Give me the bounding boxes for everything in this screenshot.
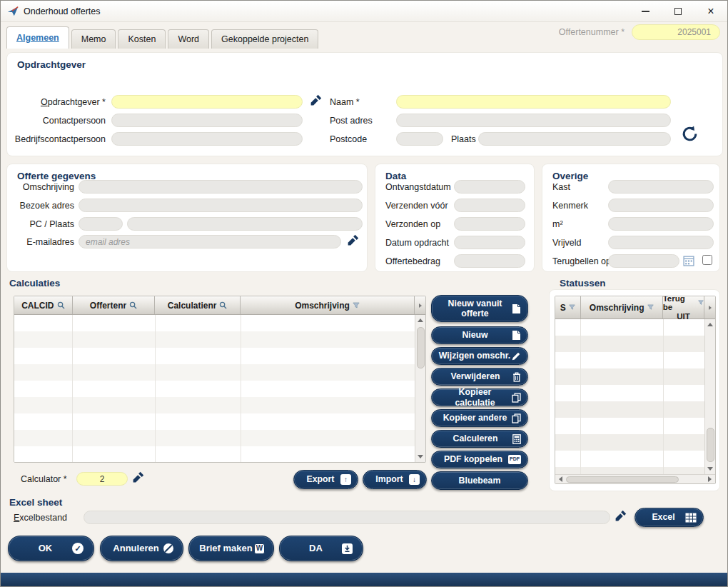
calendar-icon[interactable] [683,255,694,266]
postcode-input[interactable] [396,132,443,146]
kopieer-calculatie-button[interactable]: Kopieer calculatie [431,388,528,406]
kenmerk-input[interactable] [608,199,714,212]
column-header-terugbellen[interactable]: Terug be UIT [663,296,704,318]
scroll-thumb[interactable] [417,327,425,368]
filter-icon[interactable] [569,304,575,311]
pc-input[interactable] [79,217,123,231]
omschrijving-input[interactable] [79,180,363,194]
table-row[interactable] [555,434,704,451]
refresh-icon[interactable] [681,125,699,143]
tab-algemeen[interactable]: Algemeen [6,26,69,49]
datum-opdracht-input[interactable] [454,236,525,249]
scroll-right-button[interactable] [704,475,715,484]
column-options[interactable] [704,296,715,318]
post-adres-input[interactable] [396,114,671,127]
search-icon[interactable] [219,301,227,309]
tab-kosten[interactable]: Kosten [118,29,166,49]
calculaties-table-body[interactable] [14,315,415,462]
kast-input[interactable] [608,180,714,194]
tab-memo[interactable]: Memo [71,29,116,49]
column-header-s[interactable]: S [555,296,581,318]
excel-button[interactable]: Excel [635,508,704,527]
table-row[interactable] [555,319,704,336]
scroll-down-button[interactable] [705,463,716,474]
scroll-thumb[interactable] [566,476,679,483]
table-row[interactable] [14,430,415,446]
tab-gekoppelde-projecten[interactable]: Gekoppelde projecten [211,29,318,49]
table-row[interactable] [555,467,704,474]
vrijveld-input[interactable] [608,236,714,249]
column-header-status-omschrijving[interactable]: Omschrijving [581,296,663,318]
column-header-omschrijving[interactable]: Omschrijving [241,296,415,314]
wijzigen-omschrijving-button[interactable]: Wijzigen omschr. [431,347,528,365]
column-header-calcid[interactable]: CALCID [14,296,73,314]
annuleren-button[interactable]: Annuleren [100,536,183,561]
terugbellen-input[interactable] [608,254,679,268]
email-input[interactable] [79,235,341,249]
excelbestand-input[interactable] [84,511,610,524]
table-row[interactable] [555,401,704,418]
verwijderen-button[interactable]: Verwijderen [431,368,528,386]
table-row[interactable] [14,348,415,364]
plaats-input[interactable] [478,132,671,146]
close-button[interactable]: × [694,1,727,22]
ontvangstdatum-input[interactable] [454,180,525,194]
table-row[interactable] [14,315,415,331]
calculator-input[interactable] [76,472,128,486]
search-icon[interactable] [57,301,65,309]
table-row[interactable] [14,397,415,413]
calculator-lookup-icon[interactable] [132,471,145,483]
terugbellen-checkbox[interactable] [702,255,712,265]
excelbestand-lookup-icon[interactable] [615,509,627,522]
table-row[interactable] [555,352,704,368]
calculaties-vertical-scrollbar[interactable] [415,315,425,462]
offertenummer-input[interactable] [632,24,720,40]
ok-button[interactable]: OK ✓ [8,536,94,561]
table-row[interactable] [14,381,415,397]
search-icon[interactable] [129,301,137,309]
table-row[interactable] [555,451,704,467]
table-row[interactable] [14,331,415,348]
scroll-left-button[interactable] [555,475,566,484]
scroll-down-button[interactable] [415,451,426,462]
statussen-vertical-scrollbar[interactable] [704,319,715,474]
column-header-offertenr[interactable]: Offertenr [73,296,156,314]
minimize-button[interactable] [629,1,662,22]
m2-input[interactable] [608,217,714,231]
table-row[interactable] [14,413,415,430]
filter-icon[interactable] [353,302,360,309]
plaats2-input[interactable] [127,217,363,231]
bedrijfscontactpersoon-input[interactable] [111,132,303,146]
table-row[interactable] [555,368,704,385]
table-row[interactable] [14,364,415,381]
scroll-up-button[interactable] [705,319,716,330]
filter-icon[interactable] [698,300,704,306]
pdf-koppelen-button[interactable]: PDF koppelen PDF [431,451,528,468]
filter-icon[interactable] [647,304,654,311]
nieuw-vanuit-offerte-button[interactable]: Nieuw vanuit offerte [431,295,528,322]
verzonden-op-input[interactable] [454,217,525,231]
calculeren-button[interactable]: Calculeren [431,430,528,448]
scroll-up-button[interactable] [415,315,426,326]
table-row[interactable] [14,446,415,462]
import-button[interactable]: Import ↓ [363,470,427,489]
offertebedrag-input[interactable] [454,254,525,268]
table-row[interactable] [555,385,704,401]
statussen-horizontal-scrollbar[interactable] [555,474,715,483]
maximize-button[interactable] [662,1,694,22]
column-options[interactable] [415,296,425,314]
scroll-thumb[interactable] [707,428,714,462]
verzenden-voor-input[interactable] [454,199,525,212]
statussen-table-body[interactable] [555,319,704,474]
kopieer-andere-button[interactable]: Kopieer andere [431,409,528,427]
bluebeam-button[interactable]: Bluebeam [431,471,528,490]
contactpersoon-input[interactable] [111,114,303,127]
export-button[interactable]: Export ↑ [293,470,358,489]
table-row[interactable] [555,418,704,434]
nieuw-button[interactable]: Nieuw [431,326,528,344]
tab-word[interactable]: Word [168,29,209,49]
naam-input[interactable] [396,95,671,109]
table-row[interactable] [555,336,704,352]
column-header-calculatienr[interactable]: Calculatienr [155,296,241,314]
opdrachtgever-lookup-icon[interactable] [310,94,323,106]
